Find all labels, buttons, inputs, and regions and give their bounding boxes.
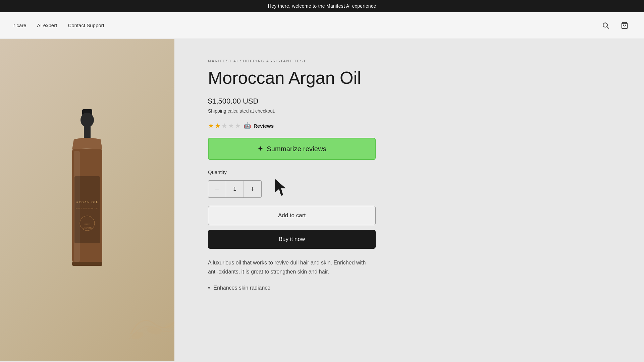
decrease-icon: − bbox=[215, 185, 219, 193]
reviews-row: ★ ★ ★ ★ ★ 🤖 Reviews bbox=[208, 122, 617, 130]
product-description: A luxurious oil that works to revive dul… bbox=[208, 258, 376, 276]
buy-now-label: Buy it now bbox=[279, 236, 305, 242]
svg-rect-5 bbox=[84, 126, 91, 139]
quantity-value: 1 bbox=[226, 181, 244, 197]
star-rating: ★ ★ ★ ★ ★ bbox=[208, 122, 241, 130]
quantity-control: − 1 + bbox=[208, 180, 262, 198]
product-bottle-image: ARGAN OIL RARE INGREDIENT BARE ANATOMY bbox=[54, 109, 121, 297]
svg-rect-8 bbox=[74, 176, 100, 243]
feature-text-1: Enhances skin radiance bbox=[213, 285, 270, 291]
summarize-reviews-label: Summarize reviews bbox=[267, 145, 326, 153]
main-nav: r care AI expert Contact Support bbox=[13, 22, 104, 28]
product-price: $1,500.00 USD bbox=[208, 97, 258, 105]
cursor-arrow-indicator bbox=[275, 179, 292, 199]
nav-item-care[interactable]: r care bbox=[13, 22, 26, 28]
shipping-info: Shipping calculated at checkout. bbox=[208, 108, 617, 114]
header-icons bbox=[600, 19, 631, 32]
svg-text:RARE INGREDIENT: RARE INGREDIENT bbox=[76, 207, 99, 209]
quantity-increase-button[interactable]: + bbox=[244, 180, 261, 198]
feature-item-1: Enhances skin radiance bbox=[208, 283, 617, 293]
brand-label: MANIFEST AI SHOPPING ASSISTANT TEST bbox=[208, 59, 617, 63]
product-image-panel: ARGAN OIL RARE INGREDIENT BARE ANATOMY bbox=[0, 39, 174, 361]
svg-line-1 bbox=[607, 26, 609, 28]
svg-point-15 bbox=[131, 330, 145, 341]
product-details: MANIFEST AI SHOPPING ASSISTANT TEST Moro… bbox=[174, 39, 644, 361]
header: r care AI expert Contact Support bbox=[0, 12, 644, 39]
nav-item-ai-expert[interactable]: AI expert bbox=[37, 22, 57, 28]
announcement-text: Hey there, welcome to the Manifest AI ex… bbox=[268, 3, 376, 9]
quantity-decrease-button[interactable]: − bbox=[208, 180, 226, 198]
decor-pattern bbox=[127, 307, 174, 341]
product-title: Moroccan Argan Oil bbox=[208, 68, 617, 87]
search-button[interactable] bbox=[600, 19, 612, 32]
feature-list: Enhances skin radiance bbox=[208, 283, 617, 293]
quantity-label: Quantity bbox=[208, 169, 617, 175]
main-content: ARGAN OIL RARE INGREDIENT BARE ANATOMY M… bbox=[0, 39, 644, 361]
summarize-reviews-button[interactable]: ✦ Summarize reviews bbox=[208, 138, 376, 160]
svg-point-17 bbox=[164, 321, 174, 330]
buy-now-button[interactable]: Buy it now bbox=[208, 230, 376, 249]
star-1: ★ bbox=[208, 122, 214, 130]
svg-text:ARGAN OIL: ARGAN OIL bbox=[76, 200, 98, 204]
cart-button[interactable] bbox=[619, 19, 631, 32]
svg-marker-18 bbox=[275, 179, 286, 196]
reviews-ai-icon: 🤖 bbox=[244, 122, 251, 129]
svg-text:ANATOMY: ANATOMY bbox=[82, 227, 93, 229]
star-5: ★ bbox=[235, 122, 241, 130]
reviews-link[interactable]: Reviews bbox=[254, 123, 274, 129]
svg-rect-14 bbox=[72, 262, 102, 266]
nav-item-contact-support[interactable]: Contact Support bbox=[68, 22, 104, 28]
announcement-bar: Hey there, welcome to the Manifest AI ex… bbox=[0, 0, 644, 12]
star-4: ★ bbox=[228, 122, 234, 130]
star-2: ★ bbox=[215, 122, 221, 130]
sparkle-icon: ✦ bbox=[257, 144, 263, 153]
quantity-row: − 1 + bbox=[208, 179, 617, 199]
svg-point-4 bbox=[80, 113, 94, 127]
bottle-container: ARGAN OIL RARE INGREDIENT BARE ANATOMY bbox=[54, 109, 121, 304]
star-3: ★ bbox=[221, 122, 227, 130]
price-block: $1,500.00 USD bbox=[208, 97, 617, 106]
increase-icon: + bbox=[251, 185, 255, 193]
shipping-link[interactable]: Shipping bbox=[208, 108, 226, 114]
add-to-cart-label: Add to cart bbox=[278, 212, 306, 219]
shipping-calculated: calculated at checkout. bbox=[227, 108, 275, 114]
svg-text:BARE: BARE bbox=[85, 223, 90, 225]
add-to-cart-button[interactable]: Add to cart bbox=[208, 206, 376, 225]
